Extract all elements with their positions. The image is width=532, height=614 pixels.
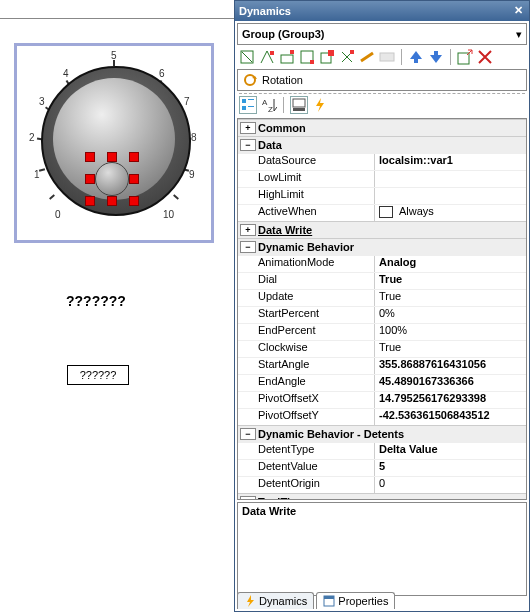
prop-value[interactable]: 0% [375,307,526,323]
placeholder-box[interactable]: ?????? [67,365,129,385]
selection-handle[interactable] [107,152,117,162]
description-pane-icon[interactable] [290,96,308,114]
anim-tool-icon[interactable] [259,49,275,65]
svg-rect-15 [248,106,254,107]
anim-tool-icon[interactable] [339,49,355,65]
category-common[interactable]: +Common [238,119,526,136]
selection-handle[interactable] [129,174,139,184]
tick-label: 1 [34,169,40,180]
anim-tool-icon[interactable] [359,49,375,65]
svg-rect-13 [242,106,246,110]
anim-tool-icon[interactable] [379,49,395,65]
prop-row[interactable]: EndAngle45.4890167336366 [238,374,526,391]
selection-handle[interactable] [85,196,95,206]
checkbox-icon[interactable] [379,206,393,218]
animation-row-selected[interactable]: Rotation [237,69,527,91]
prop-value[interactable] [375,188,526,204]
delete-icon[interactable] [477,49,493,65]
svg-rect-8 [350,50,354,54]
design-canvas: 0 1 2 3 4 5 6 7 8 9 10 ??????? ?????? [0,18,234,614]
prop-row[interactable]: PivotOffsetX14.795256176293398 [238,391,526,408]
alphabetical-icon[interactable]: AZ [261,97,277,113]
prop-value[interactable]: True [375,290,526,306]
lightning-icon [244,595,256,607]
selection-handle[interactable] [129,152,139,162]
selection-handle[interactable] [129,196,139,206]
prop-row[interactable]: EndPercent100% [238,323,526,340]
prop-value[interactable]: Delta Value [375,443,526,459]
panel-title-bar[interactable]: Dynamics ✕ [235,1,529,21]
category-data[interactable]: −Data [238,136,526,153]
prop-value[interactable]: 100% [375,324,526,340]
category-dynamic-behavior[interactable]: −Dynamic Behavior [238,238,526,255]
tab-dynamics[interactable]: Dynamics [237,592,314,609]
property-grid[interactable]: +Common −Data DataSourcelocalsim::var1 L… [237,118,527,500]
prop-row[interactable]: DetentTypeDelta Value [238,442,526,459]
prop-value[interactable]: 0 [375,477,526,493]
prop-row[interactable]: StartAngle355.86887616431056 [238,357,526,374]
prop-row[interactable]: AnimationModeAnalog [238,255,526,272]
tab-label: Properties [338,595,388,607]
prop-value[interactable] [375,171,526,187]
collapse-icon[interactable]: − [240,139,256,151]
close-icon[interactable]: ✕ [511,4,525,18]
prop-value[interactable]: Always [375,205,526,221]
placeholder-text: ??????? [66,293,126,309]
category-label: Data Write [258,224,312,236]
prop-value[interactable]: 14.795256176293398 [375,392,526,408]
prop-row[interactable]: ActiveWhenAlways [238,204,526,221]
dial-widget[interactable]: 0 1 2 3 4 5 6 7 8 9 10 [14,43,214,243]
arrow-down-icon[interactable] [428,49,444,65]
anim-tool-icon[interactable] [239,49,255,65]
arrow-up-icon[interactable] [408,49,424,65]
prop-row[interactable]: StartPercent0% [238,306,526,323]
selection-handle[interactable] [85,152,95,162]
prop-row[interactable]: PivotOffsetY-42.536361506843512 [238,408,526,425]
prop-row[interactable]: UpdateTrue [238,289,526,306]
expand-icon[interactable]: + [240,224,256,236]
svg-point-11 [245,75,255,85]
expand-icon[interactable]: + [240,122,256,134]
prop-value[interactable]: -42.536361506843512 [375,409,526,425]
propgrid-toolbar: AZ [235,94,529,116]
prop-value[interactable]: 45.4890167336366 [375,375,526,391]
collapse-icon[interactable]: − [240,241,256,253]
dial-knob[interactable] [95,162,129,196]
prop-row[interactable]: HighLimit [238,187,526,204]
prop-value[interactable]: True [375,273,526,289]
prop-key: DetentType [238,443,375,459]
anim-tool-icon[interactable] [279,49,295,65]
prop-value[interactable]: 5 [375,460,526,476]
selection-handle[interactable] [107,196,117,206]
object-selector[interactable]: Group (Group3) ▾ [237,23,527,45]
prop-key: Update [238,290,375,306]
prop-row[interactable]: DetentOrigin0 [238,476,526,493]
category-detents[interactable]: −Dynamic Behavior - Detents [238,425,526,442]
svg-rect-19 [293,108,305,111]
svg-rect-3 [290,50,294,54]
anim-tool-icon[interactable] [319,49,335,65]
category-data-write[interactable]: +Data Write [238,221,526,238]
prop-value[interactable]: True [375,341,526,357]
prop-row[interactable]: LowLimit [238,170,526,187]
prop-row[interactable]: ClockwiseTrue [238,340,526,357]
anim-tool-icon[interactable] [299,49,315,65]
prop-value[interactable]: localsim::var1 [375,154,526,170]
tick-label: 4 [63,68,69,79]
export-icon[interactable] [457,49,473,65]
prop-row[interactable]: DialTrue [238,272,526,289]
prop-row[interactable]: DataSourcelocalsim::var1 [238,153,526,170]
expand-icon[interactable]: + [240,496,256,500]
lightning-icon[interactable] [312,97,328,113]
category-tooltip[interactable]: +ToolTip [238,493,526,500]
prop-value[interactable]: Analog [375,256,526,272]
prop-row[interactable]: DetentValue5 [238,459,526,476]
tab-properties[interactable]: Properties [316,592,395,609]
categorized-icon[interactable] [239,96,257,114]
dynamics-toolbar [235,47,529,67]
prop-value[interactable]: 355.86887616431056 [375,358,526,374]
prop-key: AnimationMode [238,256,375,272]
selection-handle[interactable] [85,174,95,184]
separator [450,49,451,65]
collapse-icon[interactable]: − [240,428,256,440]
